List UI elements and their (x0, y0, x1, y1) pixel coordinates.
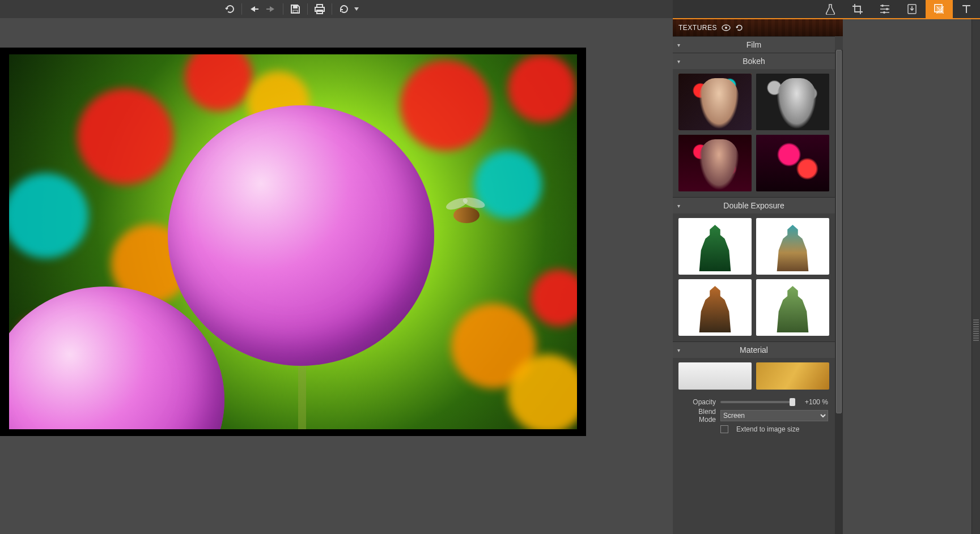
panel-header: TEXTURES (673, 19, 843, 36)
texture-thumb-bokeh-2[interactable] (756, 74, 829, 130)
category-label: Double Exposure (723, 201, 784, 210)
save-button[interactable] (287, 1, 304, 18)
tab-presets[interactable] (898, 0, 926, 18)
category-double-exposure-header[interactable]: ▾ Double Exposure (673, 198, 835, 213)
tab-textures[interactable] (926, 0, 953, 18)
chevron-down-icon (354, 7, 359, 11)
panel-scrollbar[interactable] (835, 50, 843, 534)
chevron-down-icon: ▾ (677, 42, 680, 48)
scrollbar-thumb[interactable] (836, 50, 842, 413)
print-button[interactable] (311, 1, 328, 18)
image-canvas[interactable] (9, 54, 577, 429)
history-back-button[interactable] (245, 1, 262, 18)
bokeh-circle (508, 54, 576, 122)
flower-main (168, 105, 434, 366)
text-icon (961, 3, 972, 15)
double-exposure-thumbs (673, 213, 835, 341)
panel-title: TEXTURES (678, 24, 717, 32)
chevron-down-icon: ▾ (677, 58, 680, 65)
blend-label: Blend Mode (680, 408, 716, 424)
arrow-right-icon (265, 5, 277, 14)
texture-thumb-bokeh-3[interactable] (678, 135, 752, 191)
category-label: Film (746, 40, 761, 49)
tab-adjust[interactable] (871, 0, 898, 18)
category-film-header[interactable]: ▾ Film (673, 37, 835, 53)
arrow-left-icon (248, 5, 260, 14)
material-thumbs (673, 358, 835, 392)
textures-icon (934, 3, 945, 15)
tab-lab[interactable] (817, 0, 844, 18)
category-label: Bokeh (743, 57, 765, 66)
bokeh-thumbs (673, 69, 835, 197)
tab-crop[interactable] (844, 0, 871, 18)
undo-icon (224, 3, 235, 15)
opacity-row: Opacity +100 % (680, 395, 828, 409)
texture-thumb-de-1[interactable] (678, 218, 752, 275)
category-film: ▾ Film (673, 36, 835, 53)
refresh-button[interactable] (336, 1, 353, 18)
sliders-icon (879, 4, 890, 14)
textures-panel: TEXTURES ▾ Film ▾ Bokeh (673, 19, 843, 534)
undo-button[interactable] (221, 1, 238, 18)
download-box-icon (907, 3, 917, 15)
texture-thumb-material-1[interactable] (678, 362, 752, 390)
bokeh-circle (77, 88, 173, 185)
svg-point-5 (881, 5, 884, 7)
category-material-header[interactable]: ▾ Material (673, 342, 835, 358)
reset-icon[interactable] (735, 24, 743, 32)
svg-rect-0 (293, 6, 298, 8)
flower-stem (298, 360, 306, 429)
eye-icon[interactable] (722, 24, 731, 31)
texture-thumb-material-2[interactable] (756, 362, 829, 390)
category-label: Material (740, 345, 768, 354)
opacity-label: Opacity (680, 398, 716, 406)
svg-rect-1 (293, 10, 298, 12)
texture-thumb-de-2[interactable] (756, 218, 829, 275)
separator (332, 3, 332, 15)
category-bokeh: ▾ Bokeh (673, 53, 835, 197)
texture-settings: Opacity +100 % Blend Mode Screen Extend … (673, 392, 835, 442)
slider-knob[interactable] (790, 398, 795, 406)
bee (446, 203, 485, 225)
svg-point-12 (725, 27, 727, 29)
texture-thumb-bokeh-4[interactable] (756, 135, 829, 191)
top-toolbar (0, 0, 673, 18)
far-right-strip (971, 19, 980, 534)
category-bokeh-header[interactable]: ▾ Bokeh (673, 53, 835, 69)
extend-label: Extend to image size (736, 425, 799, 433)
history-forward-button[interactable] (262, 1, 279, 18)
panel-body: ▾ Film ▾ Bokeh (673, 36, 835, 534)
opacity-slider[interactable] (720, 401, 795, 403)
separator (283, 3, 283, 15)
texture-thumb-de-3[interactable] (678, 279, 752, 336)
svg-point-7 (883, 11, 885, 14)
panel-resize-grip[interactable] (973, 319, 979, 342)
chevron-down-icon: ▾ (677, 347, 680, 353)
bokeh-circle (400, 60, 491, 151)
separator (241, 3, 242, 15)
blend-row: Blend Mode Screen (680, 409, 828, 422)
separator (307, 3, 308, 15)
category-double-exposure: ▾ Double Exposure (673, 197, 835, 341)
tab-text[interactable] (953, 0, 980, 18)
texture-thumb-bokeh-1[interactable] (678, 74, 752, 130)
texture-thumb-de-4[interactable] (756, 279, 829, 336)
print-icon (314, 4, 325, 14)
extend-checkbox[interactable] (720, 425, 728, 433)
blend-mode-select[interactable]: Screen (720, 410, 828, 421)
refresh-icon (339, 4, 349, 14)
chevron-down-icon: ▾ (677, 203, 680, 209)
flask-icon (825, 3, 835, 15)
save-icon (290, 4, 300, 14)
extend-row: Extend to image size (680, 422, 828, 436)
crop-icon (852, 3, 863, 15)
image-canvas-frame (0, 48, 586, 436)
svg-point-6 (886, 8, 888, 10)
opacity-value: +100 % (800, 398, 828, 406)
category-material: ▾ Material (673, 341, 835, 392)
right-tab-bar (673, 0, 980, 19)
refresh-dropdown[interactable] (353, 1, 360, 18)
